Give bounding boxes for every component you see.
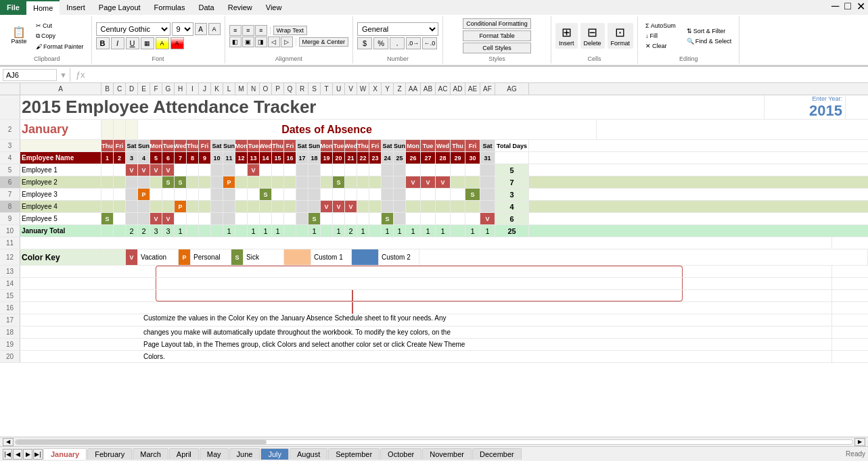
align-right-button[interactable]: ◨: [255, 37, 267, 47]
font-decrease-button[interactable]: A: [208, 23, 221, 35]
row-14: 14: [0, 278, 868, 290]
employee-col-label: Employee Name: [22, 154, 74, 162]
tot-d19: [321, 225, 333, 237]
formula-input[interactable]: [91, 69, 865, 81]
fill-color-button[interactable]: A: [156, 37, 169, 49]
cell-styles-button[interactable]: Cell Styles: [463, 43, 531, 53]
col-header-p: P: [272, 83, 284, 95]
font-size-select[interactable]: 9: [172, 22, 193, 36]
emp5-d23: [369, 213, 382, 224]
row-2: 2 January Dates of Absence: [0, 120, 868, 140]
sheet-tab-december[interactable]: December: [472, 448, 522, 460]
window-minimize[interactable]: ─: [829, 0, 842, 15]
sheet-tab-march[interactable]: March: [133, 448, 168, 460]
emp3-d21: [345, 189, 357, 200]
font-name-select[interactable]: Century Gothic: [96, 22, 170, 36]
indent-decrease-button[interactable]: ◁: [268, 37, 280, 47]
emp2-d17: [296, 176, 309, 188]
copy-button[interactable]: ⧉ Copy: [32, 31, 87, 41]
sheet-nav-first[interactable]: |◀: [3, 449, 12, 460]
tab-home[interactable]: Home: [26, 0, 60, 15]
tab-review[interactable]: Review: [221, 0, 259, 15]
border-button[interactable]: ▦: [141, 37, 154, 49]
emp4-d25: [394, 201, 406, 212]
sheet-nav-last[interactable]: ▶|: [33, 449, 43, 460]
emp1-d20: [333, 164, 345, 176]
tab-formulas[interactable]: Formulas: [147, 0, 192, 15]
date-30: 30: [465, 152, 480, 164]
sheet-tab-june[interactable]: June: [229, 448, 260, 460]
align-top-left-button[interactable]: ≡: [229, 25, 242, 36]
italic-button[interactable]: I: [111, 37, 124, 49]
sheet-tab-november[interactable]: November: [422, 448, 472, 460]
sheet-tab-september[interactable]: September: [328, 448, 380, 460]
decimal-decrease-button[interactable]: ←.0: [422, 37, 437, 49]
sheet-tab-july[interactable]: July: [260, 448, 289, 460]
align-left-button[interactable]: ◧: [229, 37, 242, 47]
scroll-thumb[interactable]: [16, 440, 267, 444]
day-sat-4: Sat: [382, 140, 394, 151]
day-wed-3: Wed: [345, 140, 357, 151]
format-painter-icon: 🖌: [36, 43, 42, 50]
tab-data[interactable]: Data: [191, 0, 221, 15]
sheet-tab-april[interactable]: April: [169, 448, 199, 460]
emp5-d6: V: [162, 213, 175, 224]
underline-button[interactable]: U: [126, 37, 139, 49]
tab-file[interactable]: File: [0, 0, 26, 15]
align-top-right-button[interactable]: ≡: [255, 25, 267, 36]
font-color-button[interactable]: A: [170, 37, 184, 49]
tab-page-layout[interactable]: Page Layout: [92, 0, 147, 15]
bold-button[interactable]: B: [96, 37, 110, 49]
tot-d12: [235, 225, 248, 237]
decimal-increase-button[interactable]: .0→: [406, 37, 421, 49]
day-mon-2: Mon: [235, 140, 248, 151]
format-as-table-button[interactable]: Format Table: [463, 30, 531, 41]
col-header-j: J: [199, 83, 211, 95]
comma-button[interactable]: ,: [390, 37, 405, 49]
format-painter-button[interactable]: 🖌 Format Painter: [32, 42, 87, 51]
day-sat-1: Sat: [126, 140, 138, 151]
tab-insert[interactable]: Insert: [60, 0, 92, 15]
sort-filter-button[interactable]: ⇅ Sort & Filter: [683, 26, 735, 36]
sheet-tab-august[interactable]: August: [290, 448, 327, 460]
sheet-tab-february[interactable]: February: [87, 448, 132, 460]
scroll-left-button[interactable]: ◀: [3, 438, 14, 446]
find-select-button[interactable]: 🔍 Find & Select: [683, 37, 735, 46]
emp5-d9: [199, 213, 211, 224]
fill-button[interactable]: ↓ Fill: [642, 31, 679, 41]
window-restore[interactable]: □: [842, 0, 854, 15]
scrollbar-horizontal[interactable]: ◀ ▶: [0, 437, 868, 446]
scroll-track[interactable]: [15, 439, 853, 445]
emp5-d10: [211, 213, 223, 224]
clear-button[interactable]: ✕ Clear: [642, 41, 679, 51]
currency-button[interactable]: $: [357, 37, 372, 49]
font-increase-button[interactable]: A: [195, 23, 207, 35]
tab-view[interactable]: View: [259, 0, 289, 15]
sheet-tab-october[interactable]: October: [380, 448, 421, 460]
sheet-nav-prev[interactable]: ◀: [13, 449, 22, 460]
row-12: 12 Color Key V Vacation P Personal S Sic…: [0, 249, 868, 266]
wrap-text-button[interactable]: Wrap Text: [273, 26, 307, 35]
indent-increase-button[interactable]: ▷: [281, 37, 293, 47]
conditional-formatting-button[interactable]: Conditional Formatting: [463, 18, 531, 29]
cell-reference-input[interactable]: [3, 69, 57, 81]
merge-center-button[interactable]: Merge & Center: [299, 37, 349, 47]
delete-button[interactable]: ⊟ Delete: [580, 23, 605, 49]
col-header-t: T: [321, 83, 333, 95]
align-top-center-button[interactable]: ≡: [242, 25, 254, 36]
percent-button[interactable]: %: [373, 37, 388, 49]
paste-button[interactable]: 📋 Paste: [7, 25, 31, 47]
number-format-select[interactable]: General: [357, 22, 438, 36]
format-button[interactable]: ⊡ Format: [608, 23, 634, 49]
align-center-button[interactable]: ▣: [242, 37, 254, 47]
cut-button[interactable]: ✂ Cut: [32, 21, 87, 30]
ck-spacer-end: [419, 249, 868, 265]
autosum-button[interactable]: Σ AutoSum: [642, 21, 679, 30]
day-thu-5: Thu: [451, 140, 465, 151]
sheet-tab-may[interactable]: May: [200, 448, 229, 460]
scroll-right-button[interactable]: ▶: [854, 438, 865, 446]
window-close[interactable]: ✕: [854, 0, 868, 15]
insert-button[interactable]: ⊞ Insert: [555, 23, 578, 49]
sheet-tab-january[interactable]: January: [43, 448, 87, 460]
sheet-nav-next[interactable]: ▶: [23, 449, 32, 460]
